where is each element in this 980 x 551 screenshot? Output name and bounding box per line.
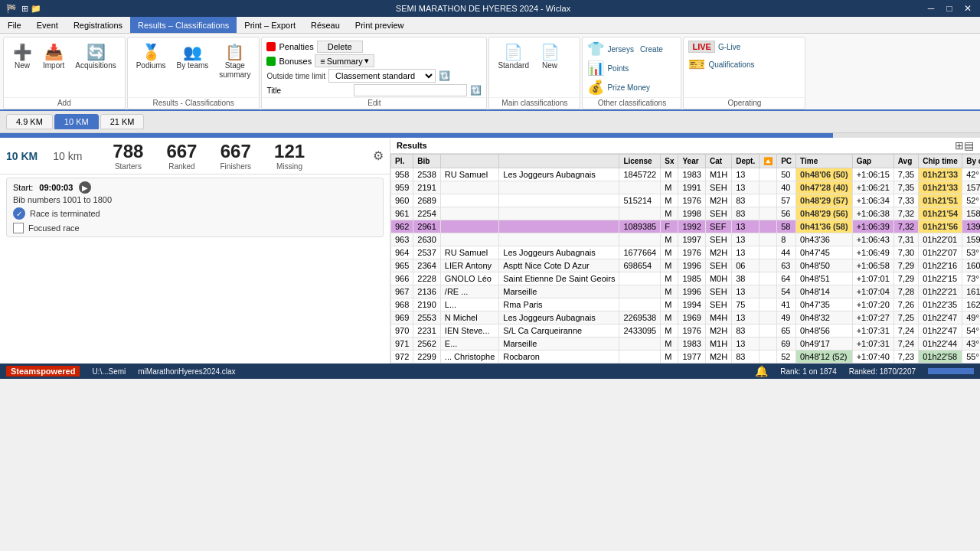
cell-license: 1845722: [619, 168, 661, 181]
col-gap[interactable]: Gap: [852, 155, 893, 168]
start-play-btn[interactable]: ▶: [79, 181, 91, 194]
qualifications-row: 🎫 Qualifications: [688, 56, 754, 73]
time-cell: 0h48'29 (56): [796, 207, 853, 220]
jerseys-link[interactable]: Jerseys: [607, 45, 633, 54]
col-license[interactable]: License: [619, 155, 661, 168]
table-row[interactable]: 970 2231 IEN Steve... S/L Ca Carqueirann…: [391, 324, 981, 337]
table-row[interactable]: 969 2553 N Michel Les Joggeurs Aubagnais…: [391, 311, 981, 324]
menu-results-classifications[interactable]: Results – Classifications: [130, 17, 237, 33]
col-pl[interactable]: Pl.: [391, 155, 413, 168]
ribbon-btn-import[interactable]: 📥 Import: [39, 41, 68, 73]
cell-gap: +1:06:49: [852, 246, 893, 259]
cell-cat: M4H: [705, 311, 731, 324]
dist-tab-10km[interactable]: 10 KM: [54, 114, 99, 129]
gear-button[interactable]: ⚙: [373, 148, 384, 163]
close-btn[interactable]: ✕: [962, 3, 974, 14]
prize-money-link[interactable]: Prize Money: [607, 83, 650, 92]
title-input[interactable]: [354, 84, 467, 96]
col-year[interactable]: Year: [678, 155, 705, 168]
cell-sx: F: [661, 220, 678, 233]
cell-pc: 52: [777, 350, 796, 364]
table-row[interactable]: 964 2537 RU Samuel Les Joggeurs Aubagnai…: [391, 246, 981, 259]
menu-event[interactable]: Event: [29, 17, 66, 33]
chip-cell: 01h22'47: [919, 311, 962, 324]
table-row[interactable]: 960 2689 515214 M 1976 M2H 83 57 0h48'29…: [391, 194, 981, 207]
cell-bib: 2228: [413, 272, 440, 285]
dist-tab-4km[interactable]: 4.9 KM: [6, 114, 53, 129]
col-dept[interactable]: Dept.: [732, 155, 760, 168]
cell-bib: 2961: [413, 220, 440, 233]
cell-pl: 968: [391, 298, 413, 311]
col-bycat[interactable]: By cat.: [962, 155, 980, 168]
g-live-link[interactable]: G-Live: [718, 43, 740, 51]
maximize-btn[interactable]: □: [943, 3, 956, 14]
table-row[interactable]: 959 2191 M 1991 SEH 13 40 0h47'28 (40) +…: [391, 181, 981, 194]
table-row[interactable]: 972 2299 ... Christophe Rocbaron M 1977 …: [391, 350, 981, 364]
col-bib[interactable]: Bib: [413, 155, 440, 168]
col-time[interactable]: Time: [796, 155, 853, 168]
ribbon-btn-acquisitions[interactable]: 🔄 Acquisitions: [71, 41, 119, 73]
title-bar: 🏁 ⊞ 📁 SEMI MARATHON DE HYERES 2024 - Wic…: [0, 0, 980, 17]
cell-cat: SEH: [705, 207, 731, 220]
col-cat[interactable]: Cat: [705, 155, 731, 168]
col-avg[interactable]: Avg: [893, 155, 918, 168]
status-path: U:\...Semi: [92, 367, 126, 376]
col-name[interactable]: [440, 155, 498, 168]
menu-reseau[interactable]: Réseau: [303, 17, 348, 33]
refresh-icon[interactable]: 🔃: [439, 70, 450, 81]
points-link[interactable]: Points: [607, 64, 629, 73]
cell-pc: 65: [777, 324, 796, 337]
cell-name: RU Samuel: [440, 168, 498, 181]
cell-avg: 7,32: [893, 207, 918, 220]
table-row[interactable]: 958 2538 RU Samuel Les Joggeurs Aubagnai…: [391, 168, 981, 181]
cell-club: [499, 220, 619, 233]
ribbon-btn-new[interactable]: ➕ New: [8, 41, 36, 73]
ribbon-btn-by-teams[interactable]: 👥 By teams: [173, 41, 213, 73]
classement-select[interactable]: Classement standard: [328, 69, 436, 83]
cell-cat: M2H: [705, 350, 731, 364]
table-row[interactable]: 967 2136 /RE ... Marseille M 1996 SEH 13…: [391, 285, 981, 298]
table-container: Pl. Bib License Sx Year Cat Dept. 🔼 PC T…: [390, 154, 980, 364]
table-row[interactable]: 963 2630 M 1997 SEH 13 8 0h43'36 +1:06:4…: [391, 233, 981, 246]
cell-license: [619, 337, 661, 350]
col-pc[interactable]: PC: [777, 155, 796, 168]
cell-pl: 961: [391, 207, 413, 220]
col-sort[interactable]: 🔼: [760, 155, 777, 168]
cell-pc: 40: [777, 181, 796, 194]
cell-avg: 7,29: [893, 259, 918, 272]
col-sx[interactable]: Sx: [661, 155, 678, 168]
filter-icon[interactable]: ⊞: [955, 139, 964, 152]
stage-icon: 📋: [225, 43, 244, 61]
menu-file[interactable]: File: [0, 17, 29, 33]
columns-icon[interactable]: ▤: [964, 139, 974, 152]
results-table: Pl. Bib License Sx Year Cat Dept. 🔼 PC T…: [390, 154, 980, 364]
cell-name: ... Christophe: [440, 350, 498, 364]
table-row[interactable]: 961 2254 M 1998 SEH 83 56 0h48'29 (56) +…: [391, 207, 981, 220]
menu-print-preview[interactable]: Print preview: [348, 17, 412, 33]
ribbon-btn-stage-summary[interactable]: 📋 Stagesummary: [215, 41, 254, 82]
table-row[interactable]: 962 2961 1089385 F 1992 SEF 13 58 0h41'3…: [391, 220, 981, 233]
table-row[interactable]: 968 2190 L... Rma Paris M 1994 SEH 75 41…: [391, 298, 981, 311]
ribbon-btn-standard[interactable]: 📄 Standard: [494, 41, 533, 73]
cell-club: Marseille: [499, 285, 619, 298]
cell-dept: 13: [732, 233, 760, 246]
table-row[interactable]: 965 2364 LIER Antony Asptt Nice Cote D A…: [391, 259, 981, 272]
minimize-btn[interactable]: ─: [925, 3, 937, 14]
ribbon-btn-podiums[interactable]: 🏅 Podiums: [132, 41, 170, 73]
create-link[interactable]: Create: [640, 45, 663, 54]
title-refresh-icon[interactable]: 🔃: [470, 85, 482, 96]
menu-registrations[interactable]: Registrations: [66, 17, 130, 33]
table-row[interactable]: 971 2562 E... Marseille M 1983 M1H 13 69…: [391, 337, 981, 350]
table-row[interactable]: 966 2228 GNOLO Léo Saint Etienne De Sain…: [391, 272, 981, 285]
cell-club: Les Joggeurs Aubagnais: [499, 246, 619, 259]
col-chip[interactable]: Chip time: [919, 155, 962, 168]
dist-tab-21km[interactable]: 21 KM: [100, 114, 145, 129]
delete-button[interactable]: Delete: [317, 41, 363, 53]
ribbon-btn-main-new[interactable]: 📄 New: [536, 41, 564, 73]
summary-button[interactable]: ≡ Summary ▾: [315, 54, 374, 67]
menu-print-export[interactable]: Print – Export: [237, 17, 303, 33]
col-club[interactable]: [499, 155, 619, 168]
focused-race-checkbox[interactable]: [13, 223, 24, 233]
cell-dept: 83: [732, 324, 760, 337]
qualifications-link[interactable]: Qualifications: [708, 60, 754, 69]
